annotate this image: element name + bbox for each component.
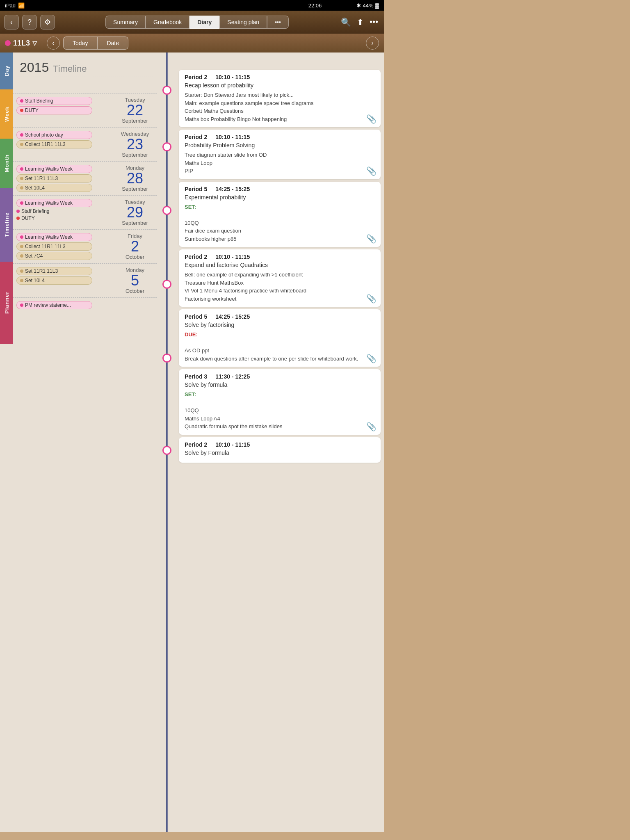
right-panel: Period 2 10:10 - 11:15 Recap lesson of p… <box>177 52 384 832</box>
side-tab-week[interactable]: Week <box>0 89 13 139</box>
event-duty-2[interactable]: DUTY <box>16 215 114 221</box>
event-staff-briefing-2[interactable]: Staff Briefing <box>16 208 114 214</box>
event-label: Set 11R1 11L3 <box>25 268 58 274</box>
timeline-axis <box>157 52 177 832</box>
back-button[interactable]: ‹ <box>4 15 19 30</box>
event-learning-walks-1[interactable]: Learning Walks Week <box>16 165 92 173</box>
lesson-card-1[interactable]: Period 2 10:10 - 11:15 Recap lesson of p… <box>179 70 381 127</box>
dot-pink <box>20 133 23 137</box>
lesson-body-6: SET: 10QQ Maths Loop A4 Quadratic formul… <box>185 390 375 431</box>
prev-button[interactable]: ‹ <box>47 37 60 50</box>
event-learning-walks-3[interactable]: Learning Walks Week <box>16 233 92 241</box>
period-label: Period 2 <box>185 441 207 448</box>
event-set7c4[interactable]: Set 7C4 <box>16 252 92 260</box>
filter-icon[interactable]: ▽ <box>32 40 37 46</box>
lesson-card-4[interactable]: Period 2 10:10 - 11:15 Expand and factor… <box>179 249 381 307</box>
today-button[interactable]: Today <box>63 37 97 50</box>
side-tabs: Day Week Month Timeline Planner <box>0 52 13 832</box>
lesson-header-3: Period 5 14:25 - 15:25 <box>185 186 375 192</box>
event-collect11r1[interactable]: Collect 11R1 11L3 <box>16 140 92 148</box>
event-label: DUTY <box>21 215 35 221</box>
top-nav: ‹ ? ⚙ Summary Gradebook Diary Seating pl… <box>0 11 384 34</box>
side-tab-month[interactable]: Month <box>0 139 13 188</box>
help-button[interactable]: ? <box>22 15 37 30</box>
event-label: Set 10L4 <box>25 185 45 191</box>
day-row-wed23: School photo day Collect 11R1 11L3 Wedne… <box>13 127 157 161</box>
dot-red <box>16 217 20 220</box>
dot-tan <box>20 279 23 282</box>
lesson-card-2[interactable]: Period 2 10:10 - 11:15 Probability Probl… <box>179 130 381 179</box>
event-set10l4[interactable]: Set 10L4 <box>16 184 92 192</box>
day-label-wed23: Wednesday 23 September <box>116 131 153 158</box>
event-label: Learning Walks Week <box>25 200 73 206</box>
day-events-fri2: Learning Walks Week Collect 11R1 11L3 Se… <box>16 233 116 260</box>
lesson-card-5[interactable]: Period 5 14:25 - 15:25 Solve by factoris… <box>179 309 381 367</box>
lesson-title-2: Probability Problem Solving <box>185 142 375 148</box>
day-events-mon5: Set 11R1 11L3 Set 10L4 <box>16 267 116 285</box>
event-set11r1-2[interactable]: Set 11R1 11L3 <box>16 267 92 275</box>
class-name: 11L3 <box>13 39 30 48</box>
day-row-tue22: Staff Briefing DUTY Tuesday 22 September <box>13 93 157 127</box>
side-tab-day[interactable]: Day <box>0 52 13 89</box>
timeline-dot-wed23 <box>162 142 171 151</box>
event-set10l4-2[interactable]: Set 10L4 <box>16 276 92 285</box>
status-right: ✱ 44% ▓ <box>356 2 379 9</box>
date-navigation: Today Date <box>63 37 128 50</box>
day-events-tue29: Learning Walks Week Staff Briefing DUTY <box>16 199 116 221</box>
status-bar: iPad 📶 22:06 ✱ 44% ▓ <box>0 0 384 11</box>
tab-more[interactable]: ••• <box>267 16 289 29</box>
tab-seating[interactable]: Seating plan <box>219 16 267 29</box>
side-tab-timeline[interactable]: Timeline <box>0 188 13 262</box>
day-events-wed23: School photo day Collect 11R1 11L3 <box>16 131 116 148</box>
date-button[interactable]: Date <box>97 37 128 50</box>
dot-pink <box>20 99 23 103</box>
timeline-dot-mon5 <box>162 446 171 455</box>
event-staff-briefing[interactable]: Staff Briefing <box>16 97 92 105</box>
day-label-fri2: Friday 2 October <box>116 233 153 260</box>
day-row-mon5: Set 11R1 11L3 Set 10L4 Monday 5 October <box>13 263 157 297</box>
wifi-icon: 📶 <box>18 2 25 9</box>
event-school-photo[interactable]: School photo day <box>16 131 92 139</box>
overflow-icon[interactable]: ••• <box>368 16 380 29</box>
settings-button[interactable]: ⚙ <box>40 15 55 30</box>
day-num: 5 <box>119 273 151 288</box>
event-pm-review[interactable]: PM review stateme... <box>16 301 92 309</box>
paperclip-icon: 📎 <box>366 422 377 431</box>
side-tab-planner[interactable]: Planner <box>0 262 13 344</box>
event-set11r1[interactable]: Set 11R1 11L3 <box>16 174 92 183</box>
event-learning-walks-2[interactable]: Learning Walks Week <box>16 199 92 207</box>
event-duty[interactable]: DUTY <box>16 106 92 114</box>
lesson-body-4: Bell: one example of expanding with >1 c… <box>185 271 375 303</box>
event-label: Staff Briefing <box>25 98 53 104</box>
day-month: October <box>119 254 151 260</box>
lesson-card-6[interactable]: Period 3 11:30 - 12:25 Solve by formula … <box>179 369 381 435</box>
lesson-body-1: Starter: Don Steward Jars most likely to… <box>185 91 375 123</box>
lesson-header-5: Period 5 14:25 - 15:25 <box>185 313 375 320</box>
day-label-tue29: Tuesday 29 September <box>116 199 153 226</box>
time-label: 10:10 - 11:15 <box>215 134 250 140</box>
event-label: Set 11R1 11L3 <box>25 176 58 181</box>
share-icon[interactable]: ⬆ <box>355 16 365 29</box>
lesson-card-7[interactable]: Period 2 10:10 - 11:15 Solve by Formula <box>179 437 381 463</box>
period-label: Period 3 <box>185 373 207 380</box>
day-events-mon28: Learning Walks Week Set 11R1 11L3 Set 10… <box>16 165 116 192</box>
main-tabs: Summary Gradebook Diary Seating plan ••• <box>58 16 336 29</box>
lesson-header-1: Period 2 10:10 - 11:15 <box>185 74 375 80</box>
tab-gradebook[interactable]: Gradebook <box>146 16 189 29</box>
paperclip-icon: 📎 <box>366 294 377 304</box>
tab-summary[interactable]: Summary <box>105 16 146 29</box>
event-collect2[interactable]: Collect 11R1 11L3 <box>16 242 92 251</box>
paperclip-icon: 📎 <box>366 114 377 124</box>
period-label: Period 2 <box>185 134 207 140</box>
lesson-body-2: Tree diagram starter slide from OD Maths… <box>185 151 375 175</box>
search-icon[interactable]: 🔍 <box>339 16 353 29</box>
tab-diary[interactable]: Diary <box>189 16 219 29</box>
dot-tan <box>20 269 23 273</box>
lesson-card-3[interactable]: Period 5 14:25 - 15:25 Experimental prob… <box>179 182 381 247</box>
lesson-title-1: Recap lesson of probability <box>185 82 375 89</box>
day-row-fri2: Learning Walks Week Collect 11R1 11L3 Se… <box>13 229 157 263</box>
paperclip-icon: 📎 <box>366 234 377 244</box>
day-row-tue29: Learning Walks Week Staff Briefing DUTY … <box>13 195 157 229</box>
timeline-label: Timeline <box>53 64 87 74</box>
next-button[interactable]: › <box>366 37 379 50</box>
